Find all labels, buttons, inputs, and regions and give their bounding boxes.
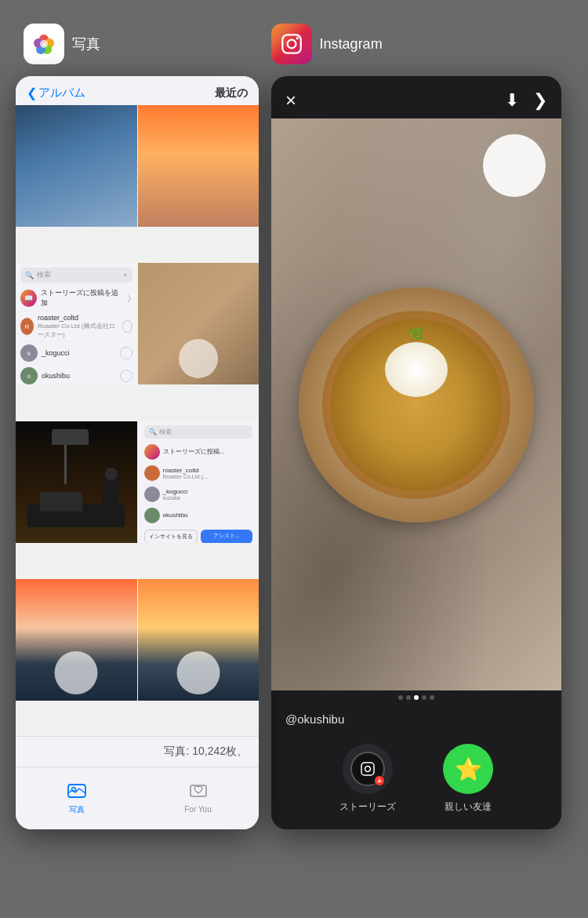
curry-plate: 🌿 <box>299 287 534 523</box>
photos-app-card[interactable]: ❮ アルバム 最近の <box>16 76 259 829</box>
close-friends-circle: ⭐ <box>443 744 493 794</box>
photos-tab-label: 写真 <box>69 804 85 815</box>
svg-point-13 <box>365 767 371 772</box>
stories-circle: + <box>343 744 393 794</box>
photos-app-icon <box>24 24 64 64</box>
food-photo: 🌿 <box>271 118 561 690</box>
more-options-icon[interactable]: ❯ <box>533 90 547 111</box>
stories-label: ストーリーズ <box>339 800 396 814</box>
herb-garnish: 🌿 <box>408 326 424 341</box>
instagram-app-icon <box>271 24 312 64</box>
instagram-top-bar: × ⬇ ❯ <box>271 76 561 118</box>
photos-tab-bar: 写真 For You <box>16 767 259 829</box>
dot-5 <box>430 695 434 700</box>
albums-label: アルバム <box>38 86 85 100</box>
instagram-header-actions: ⬇ ❯ <box>505 90 547 111</box>
dot-1 <box>398 695 403 700</box>
svg-point-7 <box>287 40 296 49</box>
photo-cell-6: 🔍 検索 ストーリーズに投稿... roaster_coltd Roaster … <box>138 421 260 543</box>
photos-app-label: 写真 <box>72 35 100 53</box>
photos-back-button[interactable]: ❮ アルバム <box>27 86 85 100</box>
svg-point-5 <box>40 40 48 48</box>
back-chevron-icon: ❮ <box>27 86 37 100</box>
instagram-app-label: Instagram <box>320 36 383 53</box>
tab-for-you[interactable]: For You <box>137 767 259 829</box>
photos-count-text: 写真: 10,242枚、 <box>164 745 248 757</box>
dot-2 <box>406 695 411 700</box>
instagram-close-button[interactable]: × <box>285 91 296 110</box>
for-you-tab-icon <box>190 783 207 803</box>
photo-cell-8 <box>138 579 260 701</box>
svg-rect-12 <box>361 763 374 775</box>
photo-grid: 🔍 検索 + 📖 ストーリーズに投稿を追加 ❯ R roast <box>16 105 259 736</box>
instagram-share-options: + ストーリーズ ⭐ 親しい友達 <box>271 731 561 829</box>
download-icon[interactable]: ⬇ <box>505 90 519 111</box>
instagram-app-card[interactable]: × ⬇ ❯ 🌿 <box>271 76 561 829</box>
stories-share-item[interactable]: + ストーリーズ <box>339 744 396 814</box>
recents-label: 最近の <box>215 86 248 100</box>
photos-tab-icon <box>67 782 86 802</box>
main-cards-container: ❮ アルバム 最近の <box>0 76 588 918</box>
tab-photos[interactable]: 写真 <box>16 767 137 829</box>
for-you-tab-label: For You <box>184 805 211 814</box>
dot-3 <box>414 695 419 700</box>
app-icons-row: 写真 Instagram <box>0 0 588 76</box>
photo-cell-3: 🔍 検索 + 📖 ストーリーズに投稿を追加 ❯ R roast <box>16 263 137 384</box>
instagram-app-icon-block[interactable]: Instagram <box>271 24 564 64</box>
close-icon: × <box>285 89 296 111</box>
dot-4 <box>422 695 426 700</box>
photo-cell-2 <box>138 105 260 227</box>
rice-mound <box>385 342 448 397</box>
photos-count: 写真: 10,242枚、 <box>16 736 259 767</box>
side-plate <box>483 134 546 197</box>
photo-cell-4 <box>138 263 260 384</box>
photos-nav-bar: ❮ アルバム 最近の <box>16 76 259 105</box>
app-switcher: 写真 Instagram ❮ アルバム 最近の <box>0 0 588 918</box>
photo-cell-1 <box>16 105 137 227</box>
svg-point-8 <box>296 37 299 40</box>
close-friends-label: 親しい友達 <box>445 800 492 814</box>
star-icon: ⭐ <box>455 756 482 782</box>
attribution-text: @okushibu <box>285 712 344 726</box>
photo-cell-7 <box>16 579 137 701</box>
instagram-attribution: @okushibu <box>271 705 561 731</box>
close-friends-share-item[interactable]: ⭐ 親しい友達 <box>443 744 493 814</box>
photo-cell-5 <box>16 421 137 543</box>
photos-app-icon-block[interactable]: 写真 <box>24 24 256 64</box>
image-indicator-dots <box>271 690 561 705</box>
